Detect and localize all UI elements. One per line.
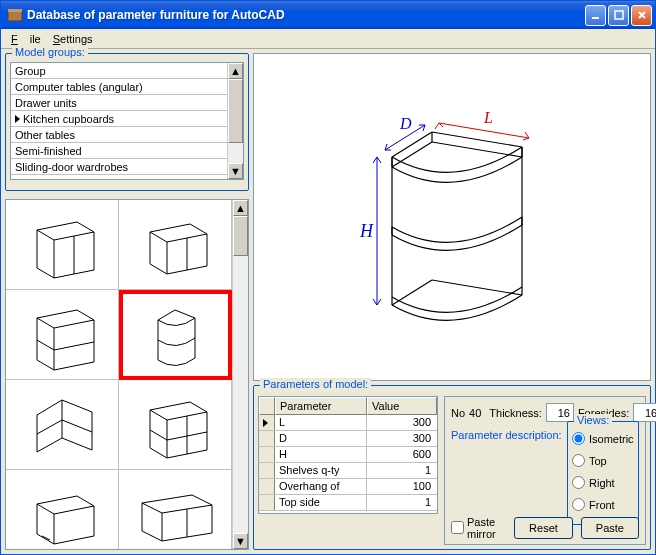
info-panel: No40 Thickness: Foresides: Parameter des… <box>444 396 646 545</box>
scroll-up-button[interactable]: ▲ <box>228 63 243 79</box>
app-icon <box>7 7 23 23</box>
svg-rect-3 <box>615 11 623 19</box>
svg-line-15 <box>37 318 54 328</box>
list-item[interactable]: Other tables <box>11 127 243 143</box>
dim-d-label: D <box>399 115 412 132</box>
thumbnail-item[interactable] <box>6 200 119 290</box>
list-item[interactable]: Sliding-door wardrobes <box>11 159 243 175</box>
paste-mirror-checkbox[interactable]: Paste mirror <box>451 516 498 540</box>
thickness-input[interactable] <box>546 403 574 422</box>
radio-top[interactable] <box>572 454 585 467</box>
table-row[interactable]: Overhang of100 <box>259 479 437 495</box>
parameters-legend: Parameters of model: <box>260 378 371 390</box>
svg-rect-1 <box>8 9 22 12</box>
table-row[interactable]: Shelves q-ty1 <box>259 463 437 479</box>
radio-isometric[interactable] <box>572 432 585 445</box>
svg-line-18 <box>54 342 94 350</box>
view-front[interactable]: Front <box>572 498 634 511</box>
scrollbar[interactable]: ▲ ▼ <box>232 200 248 549</box>
app-window: Database of parameter furniture for Auto… <box>0 0 656 555</box>
model-groups-legend: Model groups: <box>12 46 88 58</box>
thumbnail-item[interactable] <box>119 200 232 290</box>
list-item[interactable]: Semi-finished <box>11 143 243 159</box>
scrollbar[interactable]: ▲ ▼ <box>227 63 243 179</box>
param-description-label: Parameter description: <box>451 429 569 441</box>
paste-button[interactable]: Paste <box>581 517 639 539</box>
table-row[interactable]: Top side1 <box>259 495 437 511</box>
parameters-fieldset: Parameters of model: Parameter Value L30… <box>253 385 651 550</box>
view-right[interactable]: Right <box>572 476 634 489</box>
menubar: File Settings <box>1 29 655 49</box>
thumbnail-item[interactable] <box>119 380 232 470</box>
col-value: Value <box>367 397 437 415</box>
table-header: Parameter Value <box>259 397 437 415</box>
svg-line-39 <box>392 132 432 157</box>
scroll-down-button[interactable]: ▼ <box>233 533 248 549</box>
svg-line-26 <box>150 410 167 420</box>
thumbnail-grid: ▲ ▼ <box>5 199 249 550</box>
scroll-thumb[interactable] <box>233 216 248 256</box>
model-groups-list[interactable]: GroupComputer tables (angular)Drawer uni… <box>10 62 244 180</box>
scroll-down-button[interactable]: ▼ <box>228 163 243 179</box>
thumbnail-item[interactable] <box>119 290 232 380</box>
table-row[interactable]: D300 <box>259 431 437 447</box>
svg-line-52 <box>392 280 432 305</box>
svg-line-28 <box>150 430 167 440</box>
thumbnail-item[interactable] <box>119 470 232 550</box>
model-preview: L D H <box>253 53 651 381</box>
reset-button[interactable]: Reset <box>514 517 573 539</box>
svg-line-66 <box>377 157 381 163</box>
table-row[interactable]: H600 <box>259 447 437 463</box>
list-item[interactable]: Drawer units <box>11 95 243 111</box>
svg-line-65 <box>373 157 377 163</box>
svg-line-19 <box>158 310 175 320</box>
svg-line-55 <box>435 123 439 129</box>
svg-line-16 <box>54 320 94 328</box>
svg-line-23 <box>37 420 62 434</box>
views-fieldset: Views: Isometric Top Right Front <box>567 421 639 525</box>
svg-line-67 <box>373 299 377 305</box>
svg-line-20 <box>175 310 195 318</box>
thickness-label: Thickness: <box>489 407 542 419</box>
svg-line-33 <box>54 506 94 514</box>
thumbnail-item[interactable] <box>6 380 119 470</box>
parameter-table[interactable]: Parameter Value L300D300H600Shelves q-ty… <box>258 396 438 514</box>
window-title: Database of parameter furniture for Auto… <box>27 8 583 22</box>
menu-settings[interactable]: Settings <box>47 31 99 47</box>
maximize-button[interactable] <box>608 5 629 26</box>
no-label: No <box>451 407 465 419</box>
menu-file[interactable]: File <box>5 31 47 47</box>
svg-line-11 <box>150 232 167 242</box>
close-button[interactable] <box>631 5 652 26</box>
model-groups-fieldset: Model groups: GroupComputer tables (angu… <box>5 53 249 191</box>
scroll-thumb[interactable] <box>228 79 243 143</box>
svg-rect-2 <box>592 17 599 19</box>
checkbox-paste-mirror[interactable] <box>451 521 464 534</box>
svg-rect-0 <box>8 11 22 21</box>
titlebar[interactable]: Database of parameter furniture for Auto… <box>1 1 655 29</box>
thumbnail-item[interactable] <box>6 470 119 550</box>
scroll-up-button[interactable]: ▲ <box>233 200 248 216</box>
table-row[interactable]: L300 <box>259 415 437 431</box>
foresides-input[interactable] <box>633 403 656 422</box>
thumbnail-item[interactable] <box>6 290 119 380</box>
dim-l-label: L <box>483 109 493 126</box>
list-item[interactable]: Group <box>11 63 243 79</box>
svg-line-17 <box>37 340 54 350</box>
view-top[interactable]: Top <box>572 454 634 467</box>
col-parameter: Parameter <box>275 397 367 415</box>
minimize-button[interactable] <box>585 5 606 26</box>
svg-line-7 <box>37 230 54 240</box>
svg-line-68 <box>377 299 381 305</box>
radio-front[interactable] <box>572 498 585 511</box>
dim-h-label: H <box>359 221 374 241</box>
list-item[interactable]: Kitchen cupboards <box>11 111 243 127</box>
svg-line-36 <box>142 503 162 513</box>
view-isometric[interactable]: Isometric <box>572 432 634 445</box>
no-value: 40 <box>469 407 481 419</box>
views-legend: Views: <box>574 414 612 426</box>
radio-right[interactable] <box>572 476 585 489</box>
svg-line-32 <box>37 504 54 514</box>
svg-line-24 <box>62 420 92 432</box>
list-item[interactable]: Computer tables (angular) <box>11 79 243 95</box>
